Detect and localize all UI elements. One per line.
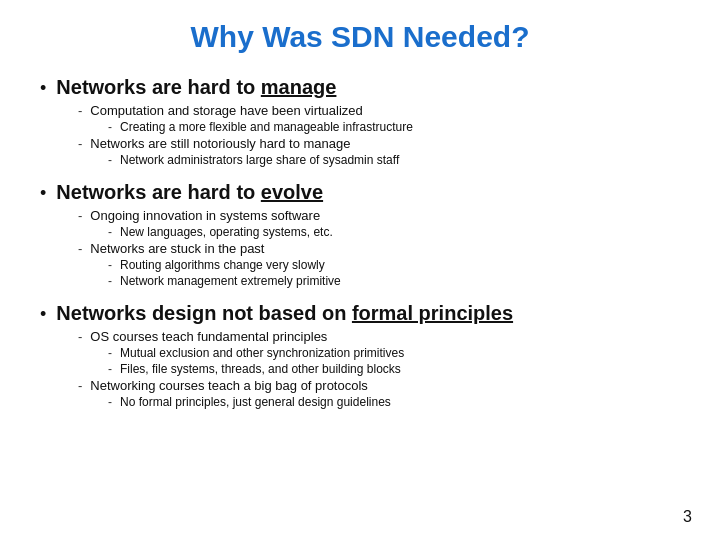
sub-text: Networking courses teach a big bag of pr…: [90, 378, 368, 393]
sub-sub-text: No formal principles, just general desig…: [120, 395, 391, 409]
sub-sub-list: - Network administrators large share of …: [108, 153, 680, 167]
sub-text: OS courses teach fundamental principles: [90, 329, 327, 344]
list-item: - New languages, operating systems, etc.: [108, 225, 680, 239]
sub-sub-dash: -: [108, 120, 112, 134]
sub-sub-text: New languages, operating systems, etc.: [120, 225, 333, 239]
bullet-manage-text: Networks are hard to manage: [56, 76, 336, 99]
sub-sub-list: - No formal principles, just general des…: [108, 395, 680, 409]
section-evolve: • Networks are hard to evolve - Ongoing …: [40, 181, 680, 288]
sub-sub-dash: -: [108, 274, 112, 288]
sub-sub-list: - Routing algorithms change very slowly …: [108, 258, 680, 288]
list-item: - Networks are stuck in the past: [78, 241, 680, 256]
sub-dash: -: [78, 103, 82, 118]
sub-list-evolve: - Ongoing innovation in systems software…: [78, 208, 680, 288]
bullet-evolve-text: Networks are hard to evolve: [56, 181, 323, 204]
list-item: - Ongoing innovation in systems software: [78, 208, 680, 223]
sub-sub-dash: -: [108, 258, 112, 272]
sub-sub-dash: -: [108, 225, 112, 239]
sub-text: Ongoing innovation in systems software: [90, 208, 320, 223]
sub-sub-text: Creating a more flexible and manageable …: [120, 120, 413, 134]
list-item: - Computation and storage have been virt…: [78, 103, 680, 118]
sub-list-manage: - Computation and storage have been virt…: [78, 103, 680, 167]
bullet-formal-text: Networks design not based on formal prin…: [56, 302, 513, 325]
bullet-formal: • Networks design not based on formal pr…: [40, 302, 680, 325]
sub-sub-list: - New languages, operating systems, etc.: [108, 225, 680, 239]
bullet-manage: • Networks are hard to manage: [40, 76, 680, 99]
slide: Why Was SDN Needed? • Networks are hard …: [0, 0, 720, 540]
sub-list-formal: - OS courses teach fundamental principle…: [78, 329, 680, 409]
sub-sub-dash: -: [108, 395, 112, 409]
sub-sub-dash: -: [108, 362, 112, 376]
page-number: 3: [683, 508, 692, 526]
list-item: - OS courses teach fundamental principle…: [78, 329, 680, 344]
list-item: - Networks are still notoriously hard to…: [78, 136, 680, 151]
list-item: - Files, file systems, threads, and othe…: [108, 362, 680, 376]
sub-sub-dash: -: [108, 153, 112, 167]
sub-sub-text: Files, file systems, threads, and other …: [120, 362, 401, 376]
section-manage: • Networks are hard to manage - Computat…: [40, 76, 680, 167]
list-item: - Routing algorithms change very slowly: [108, 258, 680, 272]
sub-sub-text: Network management extremely primitive: [120, 274, 341, 288]
sub-sub-list: - Creating a more flexible and manageabl…: [108, 120, 680, 134]
sub-dash: -: [78, 378, 82, 393]
sub-text: Networks are stuck in the past: [90, 241, 264, 256]
sub-dash: -: [78, 136, 82, 151]
section-formal: • Networks design not based on formal pr…: [40, 302, 680, 409]
sub-sub-text: Routing algorithms change very slowly: [120, 258, 325, 272]
sub-sub-dash: -: [108, 346, 112, 360]
sub-text: Computation and storage have been virtua…: [90, 103, 362, 118]
sub-sub-list: - Mutual exclusion and other synchroniza…: [108, 346, 680, 376]
bullet-dot-3: •: [40, 304, 46, 325]
list-item: - Creating a more flexible and manageabl…: [108, 120, 680, 134]
list-item: - Network management extremely primitive: [108, 274, 680, 288]
list-item: - No formal principles, just general des…: [108, 395, 680, 409]
bullet-evolve: • Networks are hard to evolve: [40, 181, 680, 204]
sub-dash: -: [78, 208, 82, 223]
sub-dash: -: [78, 329, 82, 344]
sub-sub-text: Network administrators large share of sy…: [120, 153, 399, 167]
list-item: - Networking courses teach a big bag of …: [78, 378, 680, 393]
sub-dash: -: [78, 241, 82, 256]
sub-sub-text: Mutual exclusion and other synchronizati…: [120, 346, 404, 360]
bullet-dot-1: •: [40, 78, 46, 99]
list-item: - Network administrators large share of …: [108, 153, 680, 167]
bullet-dot-2: •: [40, 183, 46, 204]
sub-text: Networks are still notoriously hard to m…: [90, 136, 350, 151]
list-item: - Mutual exclusion and other synchroniza…: [108, 346, 680, 360]
slide-title: Why Was SDN Needed?: [40, 20, 680, 54]
